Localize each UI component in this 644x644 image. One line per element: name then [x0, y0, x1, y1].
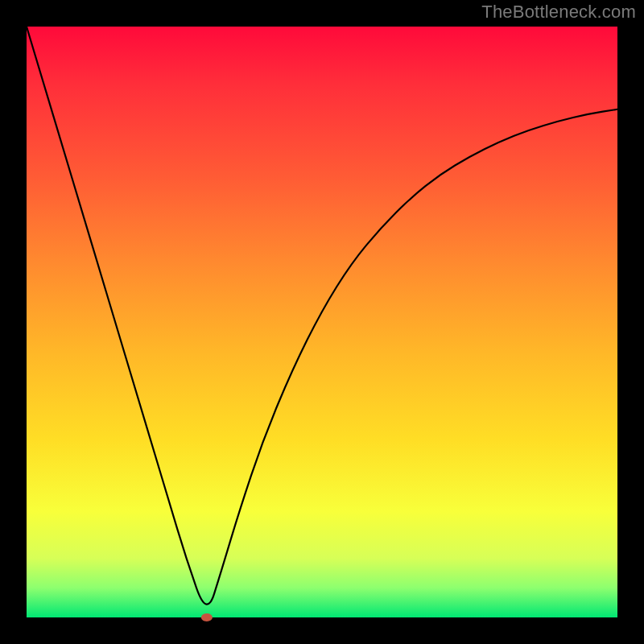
- bottleneck-curve: [27, 27, 617, 605]
- chart-frame: TheBottleneck.com: [0, 0, 644, 644]
- plot-area: [27, 27, 617, 617]
- curve-layer: [27, 27, 617, 617]
- watermark-text: TheBottleneck.com: [481, 2, 636, 23]
- minimum-marker: [201, 613, 213, 621]
